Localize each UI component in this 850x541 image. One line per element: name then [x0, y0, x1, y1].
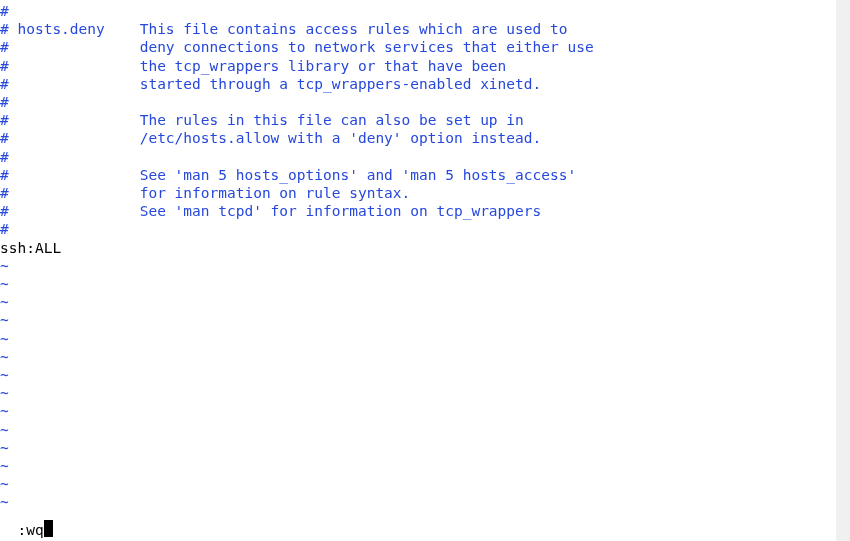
- empty-line-marker: ~: [0, 330, 850, 348]
- comment-line: # started through a tcp_wrappers-enabled…: [0, 75, 850, 93]
- comment-line: # deny connections to network services t…: [0, 38, 850, 56]
- comment-line: # the tcp_wrappers library or that have …: [0, 57, 850, 75]
- empty-line-marker: ~: [0, 311, 850, 329]
- empty-line-marker: ~: [0, 366, 850, 384]
- comment-line: #: [0, 148, 850, 166]
- empty-line-marker: ~: [0, 493, 850, 511]
- vim-command-line[interactable]: :wq: [0, 502, 53, 539]
- comment-line: # The rules in this file can also be set…: [0, 111, 850, 129]
- cursor: [44, 520, 53, 537]
- comment-line: #: [0, 2, 850, 20]
- comment-line: #: [0, 220, 850, 238]
- scrollbar[interactable]: [836, 0, 850, 541]
- comment-line: # for information on rule syntax.: [0, 184, 850, 202]
- editor-buffer[interactable]: # # hosts.deny This file contains access…: [0, 0, 850, 512]
- empty-line-marker: ~: [0, 457, 850, 475]
- config-line: ssh:ALL: [0, 239, 850, 257]
- empty-line-marker: ~: [0, 402, 850, 420]
- empty-line-marker: ~: [0, 348, 850, 366]
- empty-line-marker: ~: [0, 475, 850, 493]
- comment-line: # See 'man tcpd' for information on tcp_…: [0, 202, 850, 220]
- empty-line-marker: ~: [0, 257, 850, 275]
- comment-line: # hosts.deny This file contains access r…: [0, 20, 850, 38]
- empty-line-marker: ~: [0, 293, 850, 311]
- comment-line: # See 'man 5 hosts_options' and 'man 5 h…: [0, 166, 850, 184]
- empty-line-marker: ~: [0, 439, 850, 457]
- empty-line-marker: ~: [0, 275, 850, 293]
- comment-line: # /etc/hosts.allow with a 'deny' option …: [0, 129, 850, 147]
- empty-line-marker: ~: [0, 384, 850, 402]
- empty-line-marker: ~: [0, 421, 850, 439]
- command-text: :wq: [17, 522, 43, 538]
- comment-line: #: [0, 93, 850, 111]
